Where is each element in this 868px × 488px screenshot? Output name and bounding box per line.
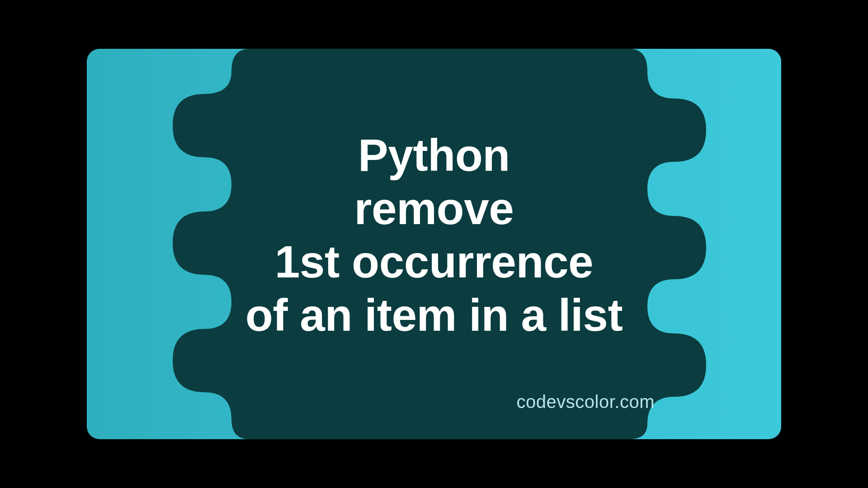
watermark-text: codevscolor.com [517, 392, 655, 412]
main-title: Python remove 1st occurrence of an item … [245, 128, 623, 342]
title-line-4: of an item in a list [245, 288, 623, 342]
banner-card: Python remove 1st occurrence of an item … [87, 49, 781, 439]
title-line-2: remove [245, 182, 623, 235]
title-line-3: 1st occurrence [245, 235, 623, 288]
content: Python remove 1st occurrence of an item … [87, 49, 781, 439]
title-line-1: Python [245, 128, 623, 182]
